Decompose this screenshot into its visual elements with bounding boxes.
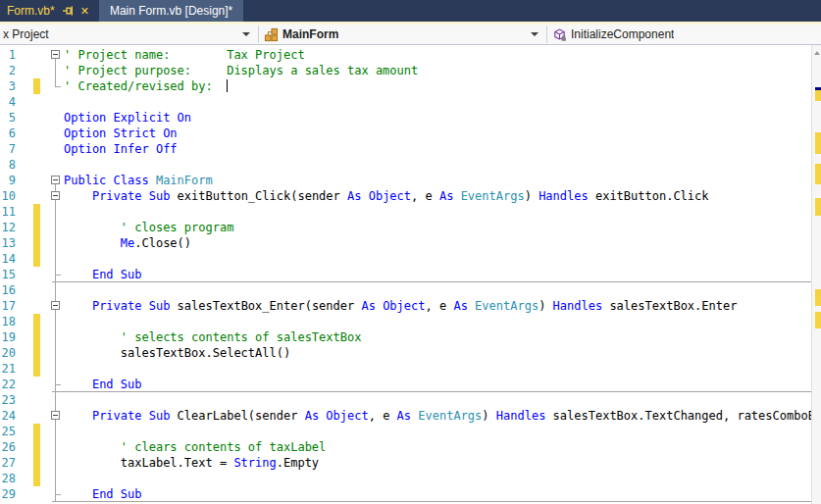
code-line[interactable]: 25 — [0, 424, 811, 439]
vertical-scrollbar[interactable] — [811, 45, 821, 504]
change-tracking-margin — [16, 251, 43, 267]
line-number: 20 — [0, 345, 16, 361]
chevron-down-icon — [242, 32, 250, 36]
project-dropdown[interactable]: x Project — [0, 25, 258, 44]
code-lines: 1' Project name: Tax Project2' Project p… — [0, 47, 811, 502]
code-line[interactable]: 14 — [0, 251, 811, 267]
code-line[interactable]: 5Option Explicit On — [0, 110, 811, 126]
tab-label: Main Form.vb [Design]* — [110, 4, 232, 18]
code-line[interactable]: 12 ' closes program — [0, 220, 811, 235]
code-text — [64, 204, 811, 220]
code-line[interactable]: 23 — [0, 392, 811, 408]
code-text — [64, 94, 811, 110]
line-number: 6 — [0, 126, 16, 141]
code-line[interactable]: 19 ' selects contents of salesTextBox — [0, 329, 811, 345]
code-editor[interactable]: 1' Project name: Tax Project2' Project p… — [0, 45, 811, 504]
changed-line-bar — [33, 329, 40, 345]
outline-guide-line — [55, 345, 56, 361]
line-number: 26 — [0, 439, 16, 455]
outlining-margin — [43, 392, 64, 408]
change-tracking-margin — [16, 471, 43, 486]
close-icon[interactable]: ✕ — [80, 6, 89, 17]
code-line[interactable]: 3' Created/revised by: — [0, 78, 811, 94]
line-number: 17 — [0, 298, 16, 314]
code-line[interactable]: 13 Me.Close() — [0, 235, 811, 251]
outline-guide-line — [55, 424, 56, 439]
outlining-margin — [43, 126, 64, 141]
line-number: 21 — [0, 361, 16, 377]
code-text: ' Project name: Tax Project — [64, 47, 811, 63]
outline-region-end — [55, 384, 61, 385]
outline-guide-line — [55, 63, 56, 78]
line-number: 16 — [0, 282, 16, 298]
code-line[interactable]: 18 — [0, 314, 811, 329]
code-line[interactable]: 21 — [0, 361, 811, 377]
outlining-margin — [43, 47, 64, 63]
type-dropdown[interactable]: MainForm — [259, 25, 546, 44]
code-line[interactable]: 26 ' clears contents of taxLabel — [0, 439, 811, 455]
code-line[interactable]: 11 — [0, 204, 811, 220]
collapse-region-button[interactable] — [51, 301, 60, 310]
collapse-region-button[interactable] — [51, 191, 60, 200]
line-number: 1 — [0, 47, 16, 63]
code-line[interactable]: 24 Private Sub ClearLabel(sender As Obje… — [0, 408, 811, 424]
line-number: 10 — [0, 188, 16, 204]
code-line[interactable]: 22 End Sub — [0, 377, 811, 392]
change-tracking-margin — [16, 126, 43, 141]
code-line[interactable]: 6Option Strict On — [0, 126, 811, 141]
code-line[interactable]: 2' Project purpose: Displays a sales tax… — [0, 63, 811, 78]
code-line[interactable]: 29 End Sub — [0, 486, 811, 502]
code-line[interactable]: 1' Project name: Tax Project — [0, 47, 811, 63]
code-line[interactable]: 28 — [0, 471, 811, 486]
tab-main-form-design[interactable]: Main Form.vb [Design]* — [99, 0, 243, 22]
code-text — [64, 424, 811, 439]
collapse-region-button[interactable] — [51, 411, 60, 420]
member-dropdown[interactable]: InitializeComponent — [547, 25, 821, 44]
code-text — [64, 282, 811, 298]
code-text — [64, 392, 811, 408]
tab-label: Form.vb* — [7, 4, 55, 18]
tab-form-vb[interactable]: Form.vb* ✕ — [0, 0, 96, 22]
code-line[interactable]: 15 End Sub — [0, 267, 811, 282]
code-line[interactable]: 27 taxLabel.Text = String.Empty — [0, 455, 811, 471]
outline-guide-line — [55, 282, 56, 298]
outline-guide-line — [55, 204, 56, 220]
line-number: 24 — [0, 408, 16, 424]
code-line[interactable]: 16 — [0, 282, 811, 298]
code-line[interactable]: 17 Private Sub salesTextBox_Enter(sender… — [0, 298, 811, 314]
code-text: ' Project purpose: Displays a sales tax … — [64, 63, 811, 78]
code-text — [64, 251, 811, 267]
line-number: 22 — [0, 377, 16, 392]
code-line[interactable]: 20 salesTextBox.SelectAll() — [0, 345, 811, 361]
line-number: 5 — [0, 110, 16, 126]
outlining-margin — [43, 251, 64, 267]
outlining-margin — [43, 439, 64, 455]
code-line[interactable]: 7Option Infer Off — [0, 141, 811, 157]
code-line[interactable]: 8 — [0, 157, 811, 173]
outlining-margin — [43, 486, 64, 502]
outlining-margin — [43, 110, 64, 126]
changed-line-bar — [33, 235, 40, 251]
outline-guide-line — [55, 220, 56, 235]
code-line[interactable]: 9Public Class MainForm — [0, 173, 811, 188]
code-line[interactable]: 10 Private Sub exitButton_Click(sender A… — [0, 188, 811, 204]
change-tracking-margin — [16, 329, 43, 345]
outline-guide-line — [55, 471, 56, 486]
line-number: 25 — [0, 424, 16, 439]
outlining-margin — [43, 94, 64, 110]
line-number: 27 — [0, 455, 16, 471]
chevron-down-icon — [531, 32, 539, 36]
scrollbar-change-mark — [815, 198, 821, 216]
outlining-margin — [43, 204, 64, 220]
pin-icon[interactable] — [62, 5, 74, 17]
outlining-margin — [43, 78, 64, 94]
outlining-margin — [43, 141, 64, 157]
outline-guide-line — [55, 392, 56, 408]
change-tracking-margin — [16, 173, 43, 188]
line-number: 2 — [0, 63, 16, 78]
collapse-region-button[interactable] — [51, 176, 60, 184]
collapse-region-button[interactable] — [51, 50, 60, 59]
code-line[interactable]: 4 — [0, 94, 811, 110]
changed-line-bar — [33, 220, 40, 235]
scroll-up-icon[interactable] — [814, 51, 820, 55]
